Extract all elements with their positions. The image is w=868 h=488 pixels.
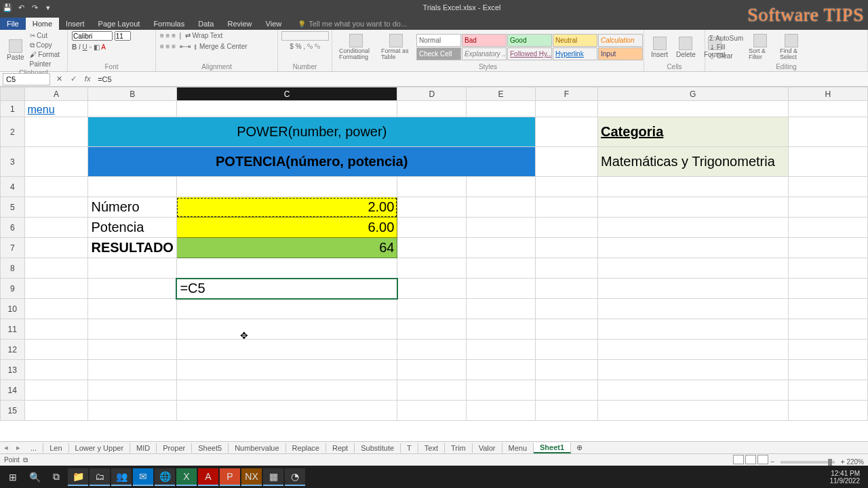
tab-data[interactable]: Data (191, 18, 220, 30)
row-header-7[interactable]: 7 (1, 238, 25, 258)
tab-insert[interactable]: Insert (59, 18, 92, 30)
cell-title-en[interactable]: POWER(number, power) (88, 117, 536, 147)
search-icon[interactable]: 🔍 (24, 468, 45, 486)
autosum-button[interactable]: Σ AutoSum (709, 34, 743, 43)
style-explanatory[interactable]: Explanatory ... (462, 47, 507, 60)
new-sheet-icon[interactable]: ⊕ (571, 443, 588, 452)
enter-formula-icon[interactable]: ✓ (67, 75, 79, 83)
cell-G3-category-value[interactable]: Matemáticas y Trigonometria (598, 147, 788, 177)
sheet-nav-prev-icon[interactable]: ◂ (0, 443, 12, 452)
cancel-formula-icon[interactable]: ✕ (53, 75, 65, 83)
sheet-tab[interactable]: Rept (326, 443, 355, 453)
row-header-1[interactable]: 1 (1, 101, 25, 117)
sheet-tab[interactable]: Menu (502, 443, 534, 453)
sheet-tab[interactable]: Len (43, 443, 68, 453)
col-header-H[interactable]: H (788, 87, 867, 101)
undo-icon[interactable]: ↶ (16, 3, 26, 12)
cell-title-es[interactable]: POTENCIA(número, potencia) (88, 147, 536, 177)
taskbar-app-nx[interactable]: NX (241, 468, 262, 486)
col-header-A[interactable]: A (24, 87, 88, 101)
cut-button[interactable]: ✂ Cut (30, 31, 63, 41)
format-as-table-button[interactable]: Format as Table (378, 34, 414, 60)
sheet-tab[interactable]: Numbervalue (229, 443, 285, 453)
cell-C5[interactable]: 2.00 (176, 197, 397, 218)
qat-dropdown-icon[interactable]: ▾ (43, 3, 53, 12)
style-input[interactable]: Input (598, 47, 643, 60)
task-view-icon[interactable]: ⧉ (46, 468, 66, 486)
col-header-E[interactable]: E (467, 87, 536, 101)
style-neutral[interactable]: Neutral (553, 34, 597, 47)
style-hyperlink[interactable]: Hyperlink (553, 47, 597, 60)
taskbar-app-excel[interactable]: X (176, 468, 197, 486)
row-header-10[interactable]: 10 (1, 299, 25, 319)
taskbar-app-outlook[interactable]: ✉ (133, 468, 153, 486)
taskbar-app-teams[interactable]: 👥 (111, 468, 132, 486)
taskbar-app-explorer[interactable]: 📁 (68, 468, 88, 486)
style-followed-hyperlink[interactable]: Followed Hy... (507, 47, 552, 60)
zoom-slider[interactable] (781, 461, 835, 464)
taskbar-clock[interactable]: 12:41 PM11/9/2022 (825, 470, 866, 485)
taskbar-app-chrome[interactable]: 🌐 (155, 468, 175, 486)
col-header-B[interactable]: B (88, 87, 176, 101)
tab-home[interactable]: Home (26, 18, 59, 30)
sheet-tab[interactable]: Substitute (355, 443, 401, 453)
underline-button[interactable]: U (83, 43, 87, 51)
zoom-level[interactable]: 220% (846, 458, 864, 466)
zoom-out-icon[interactable]: − (770, 458, 774, 466)
conditional-formatting-button[interactable]: Conditional Formatting (336, 34, 376, 60)
row-header-12[interactable]: 12 (1, 340, 25, 360)
column-headers[interactable]: A B C D E F G H (1, 87, 868, 101)
start-button[interactable]: ⊞ (3, 468, 23, 486)
style-check-cell[interactable]: Check Cell (416, 47, 461, 60)
sheet-tab-active[interactable]: Sheet1 (534, 443, 571, 453)
select-all-corner[interactable] (1, 87, 25, 101)
cell-A1[interactable]: menu (24, 101, 88, 117)
bold-button[interactable]: B (72, 43, 77, 51)
sheet-nav-next-icon[interactable]: ▸ (12, 443, 24, 452)
col-header-D[interactable]: D (397, 87, 467, 101)
sort-filter-button[interactable]: Sort & Filter (746, 34, 774, 60)
worksheet-grid[interactable]: A B C D E F G H 1 menu 2 POWER(number, p… (0, 87, 868, 441)
row-header-11[interactable]: 11 (1, 319, 25, 340)
delete-cells-button[interactable]: Delete (673, 37, 698, 58)
style-bad[interactable]: Bad (462, 34, 507, 47)
insert-cells-button[interactable]: Insert (648, 37, 671, 58)
font-color-button[interactable]: A (101, 43, 106, 51)
italic-button[interactable]: I (79, 43, 81, 51)
wrap-text-button[interactable]: Wrap Text (193, 32, 223, 39)
find-select-button[interactable]: Find & Select (777, 34, 806, 60)
cell-styles-gallery[interactable]: Normal Bad Good Neutral Calculation Chec… (416, 34, 643, 60)
formula-input[interactable]: =C5 (94, 75, 868, 83)
sheet-tab[interactable]: Replace (286, 443, 326, 453)
cell-G2-category-header[interactable]: Categoria (598, 117, 788, 147)
insert-function-icon[interactable]: fx (81, 75, 94, 83)
col-header-G[interactable]: G (598, 87, 788, 101)
cell-C7[interactable]: 64 (176, 238, 397, 258)
sheet-tab[interactable]: T (401, 443, 418, 453)
fill-button[interactable]: ⤓ Fill (709, 43, 743, 52)
format-painter-button[interactable]: 🖌 Format Painter (30, 50, 63, 69)
row-header-3[interactable]: 3 (1, 147, 25, 177)
row-header-4[interactable]: 4 (1, 177, 25, 197)
redo-icon[interactable]: ↷ (30, 3, 39, 12)
tab-review[interactable]: Review (220, 18, 258, 30)
sheet-tab[interactable]: Proper (157, 443, 192, 453)
row-header-8[interactable]: 8 (1, 258, 25, 279)
sheet-tab[interactable]: Valor (473, 443, 502, 453)
sheet-tab[interactable]: ... (24, 443, 43, 453)
taskbar-app-powerpoint[interactable]: P (220, 468, 240, 486)
cell-B5[interactable]: Número (88, 197, 176, 218)
row-header-5[interactable]: 5 (1, 197, 25, 218)
sheet-tab[interactable]: MID (130, 443, 157, 453)
sheet-tab[interactable]: Text (418, 443, 445, 453)
sheet-tab[interactable]: Sheet5 (192, 443, 229, 453)
style-calculation[interactable]: Calculation (598, 34, 643, 47)
cell-C9-editing[interactable]: =C5 (176, 279, 397, 299)
row-header-2[interactable]: 2 (1, 117, 25, 147)
name-box[interactable]: C5 (3, 73, 50, 85)
font-name-input[interactable] (72, 31, 113, 41)
taskbar-app-folder[interactable]: 🗂 (90, 468, 110, 486)
cell-B7[interactable]: RESULTADO (88, 238, 176, 258)
view-switcher[interactable] (732, 458, 769, 466)
taskbar-app-acrobat[interactable]: A (198, 468, 218, 486)
